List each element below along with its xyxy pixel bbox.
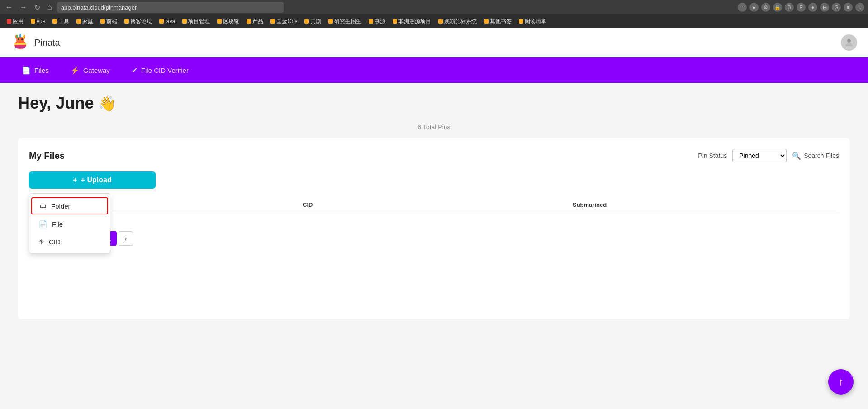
ext-icon-4[interactable]: 🔒 [773, 3, 782, 12]
greeting-text: Hey, June 👋 [18, 94, 850, 113]
dropdown-folder-label: Folder [51, 202, 71, 210]
table-header-row: CID Submarined [29, 201, 839, 213]
bookmark-grad[interactable]: 研究生招生 [325, 17, 365, 26]
bookmark-tools[interactable]: 工具 [49, 17, 72, 26]
bookmark-bid[interactable]: 观霸竞标系统 [435, 17, 480, 26]
files-header: My Files Pin Status Pinned Unpinned All … [29, 149, 839, 162]
bookmark-reading-label: 阅读清单 [525, 18, 546, 25]
bookmark-drama-label: 美剧 [310, 18, 321, 25]
ext-icon-10[interactable]: ≡ [844, 3, 853, 12]
bookmark-java-label: java [165, 18, 175, 24]
ext-icon-6[interactable]: E [797, 3, 806, 12]
files-title: My Files [29, 151, 65, 161]
bookmark-frontend[interactable]: 前端 [97, 17, 120, 26]
ext-icon-3[interactable]: ⚙ [761, 3, 770, 12]
search-files-label: Search Files [804, 152, 839, 159]
bookmark-blog[interactable]: 博客论坛 [121, 17, 155, 26]
refresh-button[interactable]: ↻ [33, 2, 42, 13]
svg-point-13 [847, 39, 851, 43]
next-page-button[interactable]: › [119, 231, 133, 246]
total-pins-text: 6 Total Pins [18, 124, 850, 131]
search-icon: 🔍 [792, 152, 801, 160]
ext-icon-7[interactable]: ♦ [808, 3, 817, 12]
forward-button[interactable]: → [18, 2, 29, 12]
bookmark-apps[interactable]: 应用 [4, 17, 27, 26]
ext-icon-8[interactable]: ⊞ [820, 3, 829, 12]
nav-item-cid-verifier[interactable]: ✔ File CID Verifier [121, 57, 199, 83]
dropdown-cid-item[interactable]: ✳ CID [29, 233, 110, 251]
bookmark-trace-label: 溯源 [375, 18, 385, 25]
svg-rect-3 [14, 43, 26, 45]
nav-cid-label: File CID Verifier [141, 67, 189, 74]
svg-point-11 [19, 34, 21, 38]
bookmark-pm-label: 项目管理 [188, 18, 210, 25]
bookmark-reading[interactable]: 阅读清单 [516, 17, 550, 26]
nav-item-files[interactable]: 📄 Files [11, 57, 60, 83]
bookmark-java[interactable]: java [156, 17, 178, 25]
dropdown-folder-item[interactable]: 🗂 Folder [31, 197, 108, 214]
svg-rect-5 [15, 47, 25, 48]
greeting-emoji: 👋 [98, 95, 116, 112]
bookmark-product-label: 产品 [252, 18, 263, 25]
home-button[interactable]: ⌂ [46, 2, 54, 12]
upload-button[interactable]: + + Upload [29, 171, 156, 189]
upload-area: + + Upload 🗂 Folder 📄 File ✳ CID [29, 171, 156, 189]
main-content: Hey, June 👋 6 Total Pins My Files Pin St… [0, 83, 868, 399]
bookmark-africa-label: 非洲溯源项目 [398, 18, 431, 25]
bookmark-home[interactable]: 家庭 [73, 17, 96, 26]
files-nav-icon: 📄 [22, 66, 31, 75]
bookmark-africa[interactable]: 非洲溯源项目 [389, 17, 434, 26]
bookmark-blockchain-label: 区块链 [223, 18, 239, 25]
avatar-icon [844, 37, 854, 48]
app-logo[interactable]: Pinata [11, 33, 60, 52]
app-header: Pinata [0, 28, 868, 57]
floating-btn-icon: ↑ [838, 376, 844, 388]
pin-status-select[interactable]: Pinned Unpinned All [732, 149, 787, 162]
bookmark-trace[interactable]: 溯源 [365, 17, 389, 26]
pin-status-label: Pin Status [698, 152, 727, 159]
bookmark-other[interactable]: 其他书签 [481, 17, 515, 26]
ext-icon-1[interactable]: ⋯ [738, 3, 747, 12]
nav-item-gateway[interactable]: ⚡ Gateway [60, 57, 121, 83]
bookmark-vue-label: vue [37, 18, 45, 24]
bookmark-gos[interactable]: 国金Gos [267, 17, 300, 26]
dropdown-file-label: File [52, 220, 63, 228]
bookmark-pm[interactable]: 项目管理 [179, 17, 213, 26]
dropdown-file-item[interactable]: 📄 File [29, 215, 110, 233]
ext-icon-2[interactable]: ★ [749, 3, 759, 12]
pin-status-area: Pin Status Pinned Unpinned All 🔍 Search … [698, 149, 839, 162]
bookmark-tools-label: 工具 [58, 18, 69, 25]
cid-nav-icon: ✔ [132, 66, 138, 75]
browser-icons: ⋯ ★ ⚙ 🔒 B E ♦ ⊞ G ≡ U [738, 3, 864, 12]
address-bar[interactable] [57, 2, 284, 13]
folder-icon: 🗂 [39, 202, 47, 210]
upload-plus-icon: + [73, 176, 77, 184]
bookmarks-bar: 应用 vue 工具 家庭 前端 博客论坛 java 项目管理 区块链 产品 国金… [0, 14, 868, 28]
files-panel: My Files Pin Status Pinned Unpinned All … [18, 138, 850, 319]
bookmark-drama[interactable]: 美剧 [301, 17, 324, 26]
user-avatar[interactable] [841, 34, 857, 51]
svg-rect-4 [15, 45, 26, 47]
bookmark-apps-label: 应用 [13, 18, 24, 25]
bookmark-vue[interactable]: vue [28, 17, 48, 25]
back-button[interactable]: ← [4, 2, 14, 12]
bookmark-other-label: 其他书签 [490, 18, 512, 25]
col-header-cid: CID [299, 201, 569, 208]
bookmark-gos-label: 国金Gos [276, 18, 297, 25]
upload-dropdown: 🗂 Folder 📄 File ✳ CID [29, 193, 110, 254]
app-name-text: Pinata [34, 38, 60, 48]
bookmark-frontend-label: 前端 [106, 18, 117, 25]
search-area[interactable]: 🔍 Search Files [792, 152, 839, 160]
table-area: CID Submarined [29, 201, 839, 213]
ext-icon-9[interactable]: G [832, 3, 841, 12]
ext-icon-5[interactable]: B [785, 3, 794, 12]
floating-scroll-button[interactable]: ↑ [828, 369, 854, 395]
user-icon-btn[interactable]: U [855, 3, 864, 12]
bookmark-grad-label: 研究生招生 [334, 18, 361, 25]
next-page-icon: › [124, 235, 127, 242]
bookmark-blockchain[interactable]: 区块链 [214, 17, 242, 26]
nav-gateway-label: Gateway [83, 67, 110, 74]
nav-files-label: Files [34, 67, 49, 74]
bookmark-product[interactable]: 产品 [243, 17, 266, 26]
file-icon: 📄 [38, 220, 47, 228]
